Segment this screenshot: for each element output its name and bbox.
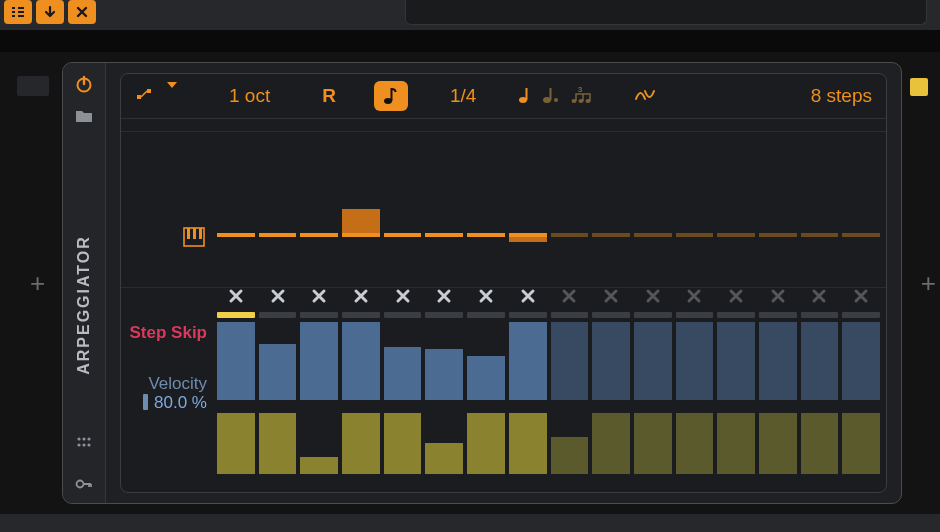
pattern-dropdown[interactable]: [167, 88, 177, 104]
velocity-bar[interactable]: [634, 322, 672, 400]
gate-bar[interactable]: [551, 437, 589, 474]
step-skip-toggle[interactable]: [801, 282, 839, 310]
retrigger-toggle[interactable]: R: [322, 85, 336, 107]
svg-point-1: [77, 437, 80, 440]
velocity-bar[interactable]: [217, 322, 255, 400]
velocity-bar[interactable]: [676, 322, 714, 400]
octave-range[interactable]: 1 oct: [229, 85, 270, 107]
velocity-bar[interactable]: [509, 322, 547, 400]
svg-text:3: 3: [578, 85, 583, 94]
add-device-before-button[interactable]: +: [30, 268, 45, 299]
gate-bar[interactable]: [759, 413, 797, 474]
gate-bar[interactable]: [717, 413, 755, 474]
velocity-bar[interactable]: [551, 322, 589, 400]
rate-value[interactable]: 1/4: [450, 85, 476, 107]
step-8[interactable]: [509, 123, 547, 486]
step-skip-toggle[interactable]: [634, 282, 672, 310]
step-12[interactable]: [676, 123, 714, 486]
gate-bar[interactable]: [467, 413, 505, 474]
gate-bar[interactable]: [300, 457, 338, 474]
velocity-bar[interactable]: [801, 322, 839, 400]
step-5[interactable]: [384, 123, 422, 486]
step-skip-toggle[interactable]: [300, 282, 338, 310]
velocity-bar[interactable]: [342, 322, 380, 400]
velocity-bar[interactable]: [759, 322, 797, 400]
step-3[interactable]: [300, 123, 338, 486]
steps-count[interactable]: 8 steps: [811, 85, 872, 107]
gate-bar[interactable]: [592, 413, 630, 474]
topbar-down-button[interactable]: [36, 0, 64, 24]
chain-end-chip[interactable]: [910, 78, 928, 96]
velocity-bar[interactable]: [384, 347, 422, 400]
step-14[interactable]: [759, 123, 797, 486]
step-skip-toggle[interactable]: [509, 282, 547, 310]
velocity-value[interactable]: 80.0 %: [154, 393, 207, 412]
note-length-modes[interactable]: 3: [518, 85, 592, 108]
note-triplet-icon[interactable]: 3: [570, 85, 592, 108]
gate-bar[interactable]: [342, 413, 380, 474]
step-skip-toggle[interactable]: [425, 282, 463, 310]
step-skip-toggle[interactable]: [842, 282, 880, 310]
pattern-icon[interactable]: [135, 85, 153, 108]
power-button[interactable]: [73, 73, 95, 95]
velocity-bar[interactable]: [425, 349, 463, 400]
gate-bar[interactable]: [676, 413, 714, 474]
svg-rect-21: [199, 228, 202, 239]
key-mapping-icon[interactable]: [73, 473, 95, 495]
svg-point-7: [77, 481, 84, 488]
topbar-list-button[interactable]: [4, 0, 32, 24]
step-cursor: [801, 312, 839, 318]
topbar-close-button[interactable]: [68, 0, 96, 24]
note-straight-icon[interactable]: [518, 85, 532, 108]
gate-bar[interactable]: [509, 413, 547, 474]
step-skip-toggle[interactable]: [551, 282, 589, 310]
step-cursor: [592, 312, 630, 318]
step-skip-toggle[interactable]: [217, 282, 255, 310]
note-dotted-icon[interactable]: [542, 85, 560, 108]
velocity-bar[interactable]: [300, 322, 338, 400]
step-11[interactable]: [634, 123, 672, 486]
svg-rect-19: [187, 228, 190, 239]
add-device-after-button[interactable]: +: [921, 268, 936, 299]
velocity-bar[interactable]: [717, 322, 755, 400]
gate-bar[interactable]: [842, 413, 880, 474]
step-15[interactable]: [801, 123, 839, 486]
gate-bar[interactable]: [801, 413, 839, 474]
step-2[interactable]: [259, 123, 297, 486]
step-skip-toggle[interactable]: [592, 282, 630, 310]
gate-bar[interactable]: [634, 413, 672, 474]
velocity-bar[interactable]: [592, 322, 630, 400]
chain-slot[interactable]: [17, 76, 49, 96]
step-skip-toggle[interactable]: [759, 282, 797, 310]
step-4[interactable]: [342, 123, 380, 486]
step-skip-toggle[interactable]: [342, 282, 380, 310]
step-skip-toggle[interactable]: [717, 282, 755, 310]
gate-bar[interactable]: [425, 443, 463, 474]
step-skip-toggle[interactable]: [384, 282, 422, 310]
drag-handle-icon[interactable]: [73, 431, 95, 453]
topbar-search-field[interactable]: [405, 0, 927, 25]
arpeggiator-device: ARPEGGIATOR: [62, 62, 902, 504]
gate-bar[interactable]: [217, 413, 255, 474]
preset-folder-button[interactable]: [73, 105, 95, 127]
step-1[interactable]: [217, 123, 255, 486]
velocity-label: Velocity 80.0 %: [120, 375, 207, 455]
shape-icon[interactable]: [634, 87, 656, 106]
gate-bar[interactable]: [259, 413, 297, 474]
app-topbar: [0, 0, 940, 30]
velocity-bar[interactable]: [259, 344, 297, 400]
step-9[interactable]: [551, 123, 589, 486]
step-13[interactable]: [717, 123, 755, 486]
step-skip-toggle[interactable]: [467, 282, 505, 310]
step-7[interactable]: [467, 123, 505, 486]
step-6[interactable]: [425, 123, 463, 486]
step-16[interactable]: [842, 123, 880, 486]
step-skip-toggle[interactable]: [676, 282, 714, 310]
gate-bar[interactable]: [384, 413, 422, 474]
step-10[interactable]: [592, 123, 630, 486]
step-skip-toggle[interactable]: [259, 282, 297, 310]
velocity-bar[interactable]: [467, 356, 505, 400]
note-mode-button[interactable]: [374, 81, 408, 111]
velocity-bar[interactable]: [842, 322, 880, 400]
svg-rect-20: [193, 228, 196, 239]
